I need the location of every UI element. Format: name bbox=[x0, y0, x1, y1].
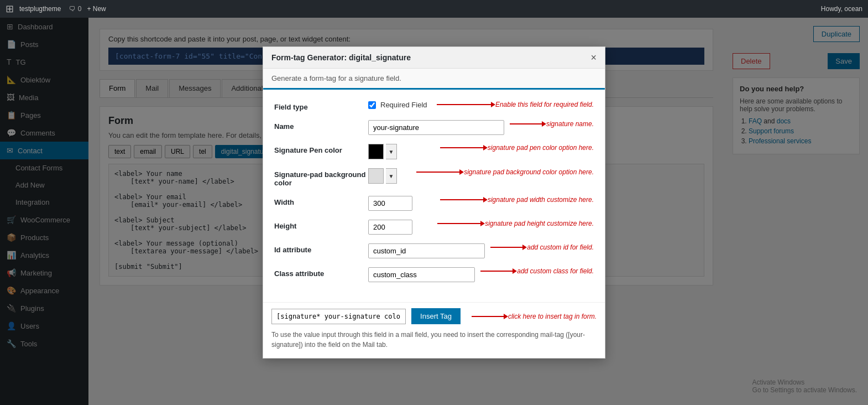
width-annotation: signature pad width customize here. bbox=[440, 196, 594, 204]
id-attribute-annotation-text: add custom id for field. bbox=[527, 243, 594, 251]
height-label: Height bbox=[274, 220, 368, 230]
width-input[interactable] bbox=[368, 196, 412, 211]
pen-color-control: ▼ bbox=[368, 144, 435, 159]
bg-color-swatch: ▼ bbox=[368, 168, 411, 184]
site-name[interactable]: testplugtheme bbox=[19, 5, 61, 13]
insert-tag-button[interactable]: Insert Tag bbox=[411, 308, 461, 324]
bg-color-light-box[interactable] bbox=[368, 168, 384, 184]
width-control bbox=[368, 196, 435, 211]
field-type-label: Field type bbox=[274, 101, 368, 111]
required-field-checkbox[interactable] bbox=[368, 101, 376, 109]
id-attribute-label: Id attribute bbox=[274, 243, 368, 254]
pen-color-label: Signature Pen color bbox=[274, 144, 368, 154]
pen-color-swatch: ▼ bbox=[368, 144, 435, 159]
name-label: Name bbox=[274, 120, 368, 131]
height-input[interactable] bbox=[368, 220, 412, 235]
height-row: Height signature pad height customize he… bbox=[274, 220, 594, 235]
bg-color-row: Signature-pad background color ▼ signatu… bbox=[274, 168, 594, 187]
howdy-text: Howdy, ocean bbox=[821, 5, 862, 13]
name-input[interactable] bbox=[368, 120, 504, 135]
name-control bbox=[368, 120, 504, 135]
class-attribute-row: Class attribute add custom class for fie… bbox=[274, 267, 594, 282]
bg-color-control: ▼ bbox=[368, 168, 411, 184]
height-annotation: signature pad height customize here. bbox=[437, 220, 594, 227]
modal-info-text: Generate a form-tag for a signature fiel… bbox=[271, 74, 401, 82]
pen-color-annotation: signature pad pen color option here. bbox=[440, 144, 594, 152]
class-attribute-label: Class attribute bbox=[274, 267, 368, 278]
id-attribute-row: Id attribute add custom id for field. bbox=[274, 243, 594, 258]
name-annotation: signature name. bbox=[510, 120, 594, 128]
field-type-row: Field type Required Field Enable this fi… bbox=[274, 101, 594, 111]
id-attribute-annotation: add custom id for field. bbox=[490, 243, 594, 251]
height-control bbox=[368, 220, 432, 235]
field-type-annotation-text: Enable this field for required field. bbox=[495, 101, 594, 108]
field-type-control: Required Field bbox=[368, 101, 431, 109]
pen-color-annotation-text: signature pad pen color option here. bbox=[488, 144, 594, 152]
bg-color-label: Signature-pad background color bbox=[274, 168, 368, 187]
width-label: Width bbox=[274, 196, 368, 206]
new-item[interactable]: + New bbox=[87, 5, 106, 13]
field-type-annotation: Enable this field for required field. bbox=[437, 101, 594, 108]
admin-bar: ⊞ testplugtheme 🗨 0 + New Howdy, ocean bbox=[0, 0, 868, 18]
id-attribute-control bbox=[368, 243, 485, 258]
required-field-label: Required Field bbox=[380, 101, 427, 109]
modal-info-bar: Generate a form-tag for a signature fiel… bbox=[263, 69, 605, 90]
tag-output-input[interactable] bbox=[271, 309, 406, 324]
id-attribute-input[interactable] bbox=[368, 243, 485, 258]
class-attribute-annotation: add custom class for field. bbox=[480, 267, 594, 275]
wp-logo-icon: ⊞ bbox=[6, 3, 14, 15]
pen-color-dropper[interactable]: ▼ bbox=[386, 144, 397, 159]
comments-count[interactable]: 🗨 0 bbox=[69, 5, 81, 13]
modal-close-button[interactable]: × bbox=[590, 53, 597, 63]
bg-color-annotation: signature pad background color option he… bbox=[416, 168, 594, 176]
class-attribute-control bbox=[368, 267, 475, 282]
class-attribute-annotation-text: add custom class for field. bbox=[517, 267, 594, 275]
class-attribute-input[interactable] bbox=[368, 267, 475, 282]
height-annotation-text: signature pad height customize here. bbox=[485, 220, 594, 227]
modal-header: Form-tag Generator: digital_signature × bbox=[263, 47, 605, 69]
width-annotation-text: signature pad width customize here. bbox=[488, 196, 594, 204]
bg-color-annotation-text: signature pad background color option he… bbox=[464, 168, 594, 176]
pen-color-black-box[interactable] bbox=[368, 144, 384, 159]
insert-annotation-text: click here to insert tag in form. bbox=[508, 313, 597, 320]
modal-footer: Insert Tag click here to insert tag in f… bbox=[263, 302, 605, 358]
modal-note: To use the value input through this fiel… bbox=[271, 330, 597, 350]
modal-body: Field type Required Field Enable this fi… bbox=[263, 90, 605, 302]
width-row: Width signature pad width customize here… bbox=[274, 196, 594, 211]
modal-title: Form-tag Generator: digital_signature bbox=[271, 53, 411, 62]
insert-tag-row: Insert Tag click here to insert tag in f… bbox=[271, 308, 597, 324]
modal-overlay[interactable]: Form-tag Generator: digital_signature × … bbox=[0, 0, 868, 405]
bg-color-dropper[interactable]: ▼ bbox=[386, 168, 397, 184]
name-annotation-text: signature name. bbox=[546, 120, 594, 128]
required-field-row: Required Field bbox=[368, 101, 431, 109]
modal-dialog: Form-tag Generator: digital_signature × … bbox=[263, 46, 605, 359]
insert-annotation: click here to insert tag in form. bbox=[472, 313, 597, 320]
pen-color-row: Signature Pen color ▼ signature pad pen … bbox=[274, 144, 594, 159]
name-row: Name signature name. bbox=[274, 120, 594, 135]
